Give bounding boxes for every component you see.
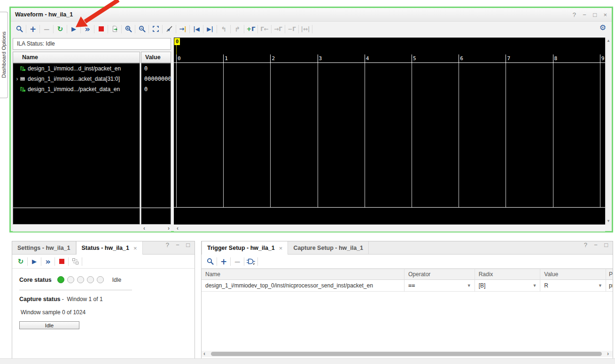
col-header-value[interactable]: Value [540, 269, 606, 279]
swap-markers-icon: |↔| [300, 23, 311, 35]
toolbar-separator [53, 25, 54, 33]
name-column-header[interactable]: Name [13, 52, 140, 63]
signal-row[interactable]: design_1_i/mmiod...d_inst/packet_en [13, 63, 140, 74]
operator-select[interactable]: == ▼ [405, 280, 475, 291]
toolbar-separator [230, 257, 231, 266]
ruler-tick [412, 54, 412, 62]
status-toolbar: ↻▶» [12, 255, 195, 269]
scroll-right-icon[interactable]: › [168, 225, 170, 232]
rerun-trigger-icon[interactable]: ↻ [54, 23, 66, 35]
add-probe-icon[interactable]: + [218, 256, 229, 267]
capture-status-value: Window 1 of 1 [67, 296, 103, 302]
maximize-icon[interactable]: □ [186, 241, 190, 248]
previous-window-icon[interactable]: |◀ [191, 23, 202, 35]
help-icon[interactable]: ? [584, 241, 587, 248]
zoom-out-icon[interactable] [136, 23, 148, 35]
close-tab-icon[interactable]: × [279, 245, 283, 252]
col-header-operator[interactable]: Operator [405, 269, 475, 279]
minimize-icon[interactable]: − [583, 11, 586, 18]
ruler-tick-label: 7 [507, 55, 510, 62]
signal-row[interactable]: › design_1_i/mmiod...acket_data[31:0] [13, 74, 140, 84]
toolbar-separator [189, 25, 190, 33]
toolbar-separator [312, 25, 312, 33]
trigger-hscrollbar[interactable]: ‹ › [202, 351, 613, 357]
help-icon[interactable]: ? [166, 241, 169, 248]
tab-settings[interactable]: Settings - hw_ila_1 [12, 241, 76, 254]
close-icon[interactable]: × [603, 11, 607, 18]
col-header-name[interactable]: Name [202, 269, 405, 279]
col-header-radix[interactable]: Radix [475, 269, 541, 279]
ruler-tick-label: 6 [460, 55, 463, 62]
waveform-titlebar[interactable]: Waveform - hw_ila_1 ? − □ × [11, 8, 612, 22]
search-icon[interactable] [204, 256, 216, 267]
add-probes-icon[interactable]: + [27, 23, 39, 35]
waveform-vscrollbar[interactable]: ▲ ▼ [606, 38, 612, 225]
chevron-down-icon: ▼ [598, 283, 602, 288]
capture-progress-bar: Idle [19, 321, 79, 329]
vivado-hw-dashboard: { "sidebar": { "label": "Dashboard Optio… [0, 0, 615, 364]
scroll-left-icon[interactable]: ‹ [143, 225, 145, 232]
export-data-icon[interactable] [109, 23, 120, 35]
status-tabbar: Settings - hw_ila_1 Status - hw_ila_1 × … [12, 241, 195, 255]
goto-trigger-icon[interactable]: →| [177, 23, 188, 35]
tab-capture-setup[interactable]: Capture Setup - hw_ila_1 [288, 241, 369, 254]
trigger-condition-gate-icon[interactable] [245, 256, 257, 267]
col-header-port[interactable]: Po [606, 269, 613, 279]
ruler-tick [318, 54, 318, 62]
signal-name: design_1_i/mmiod.../packet_data_en [28, 86, 120, 93]
minimize-icon[interactable]: − [176, 241, 179, 248]
scroll-down-icon[interactable]: ▼ [607, 219, 610, 223]
waveform-hscrollbar[interactable]: ‹ [174, 225, 605, 232]
name-list-hscrollbar[interactable]: ‹ › [13, 225, 171, 232]
run-trigger-immediate-icon[interactable]: » [82, 23, 93, 35]
help-icon[interactable]: ? [573, 11, 576, 18]
value-select[interactable]: R ▼ [540, 280, 606, 291]
maximize-icon[interactable]: □ [604, 241, 608, 248]
waveform-display[interactable]: 0 0123456789 [174, 38, 605, 225]
scroll-left-icon[interactable]: ‹ [177, 225, 179, 232]
tab-status[interactable]: Status - hw_ila_1 × [76, 241, 143, 255]
settings-gear-icon[interactable]: ⚙ [599, 23, 606, 32]
signal-row[interactable]: design_1_i/mmiod.../packet_data_en [13, 84, 140, 94]
scroll-left-icon[interactable]: ‹ [203, 350, 205, 357]
scroll-up-icon[interactable]: ▲ [607, 39, 610, 43]
ruler-tick [365, 54, 365, 62]
toolbar-separator [162, 25, 163, 33]
tab-trigger-setup[interactable]: Trigger Setup - hw_ila_1 × [202, 241, 288, 255]
next-marker-icon: →Γ [272, 23, 284, 35]
value-column-header[interactable]: Value [141, 52, 171, 63]
toolbar-separator [244, 257, 244, 266]
add-marker-icon[interactable]: +Γ [245, 23, 257, 35]
stop-trigger-icon[interactable] [95, 23, 107, 35]
scroll-right-icon[interactable]: › [607, 350, 609, 357]
next-window-icon[interactable]: ▶| [204, 23, 216, 35]
no-trigger-icon[interactable] [163, 23, 175, 35]
zoom-in-icon[interactable] [123, 23, 134, 35]
zoom-fit-icon[interactable] [150, 23, 161, 35]
gridline [459, 63, 459, 207]
ruler-tick [270, 54, 271, 62]
tab-label: Capture Setup - hw_ila_1 [293, 245, 363, 251]
maximize-icon[interactable]: □ [593, 11, 597, 18]
expand-arrow-icon[interactable]: › [15, 76, 20, 82]
cursor-badge[interactable]: 0 [174, 38, 180, 45]
toolbar-separator [82, 257, 82, 266]
dashboard-options-tab[interactable]: Dashboard Options [0, 12, 8, 98]
search-icon[interactable] [14, 23, 25, 35]
stop-trigger-icon[interactable] [56, 256, 67, 267]
toolbar-separator [135, 25, 135, 33]
close-tab-icon[interactable]: × [133, 245, 137, 252]
row-area-divider [141, 208, 171, 208]
toolbar-separator [217, 257, 217, 266]
run-trigger-icon[interactable]: ▶ [29, 256, 40, 267]
rerun-trigger-icon[interactable]: ↻ [15, 256, 26, 267]
trigger-probe-row[interactable]: design_1_i/mmiodev_top_0/inst/nicprocess… [202, 280, 613, 292]
minimize-icon[interactable]: − [594, 241, 598, 248]
radix-select[interactable]: [B] ▼ [475, 280, 541, 291]
gridline [223, 63, 224, 207]
run-trigger-immediate-icon[interactable]: » [42, 256, 54, 267]
ruler-tick [506, 54, 506, 62]
scrollbar-thumb[interactable] [211, 352, 602, 356]
run-trigger-icon[interactable]: ▶ [68, 23, 79, 35]
toolbar-separator [203, 25, 203, 33]
